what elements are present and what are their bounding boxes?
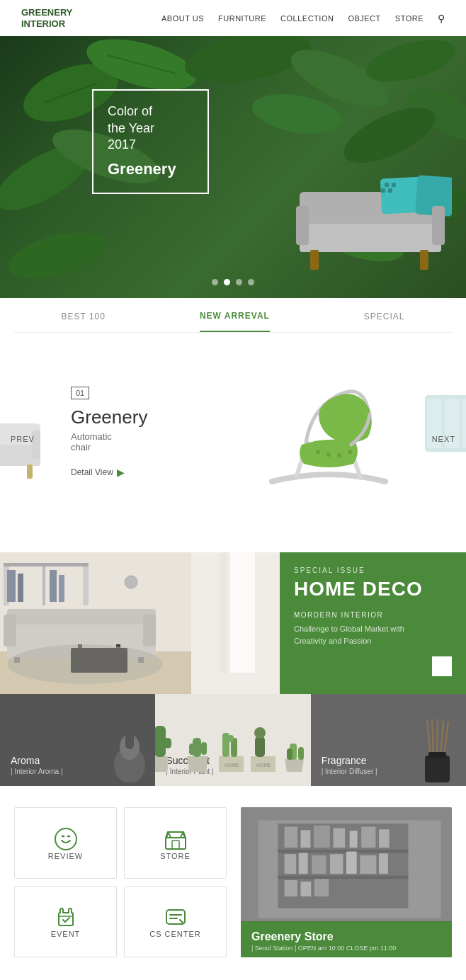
event-icon [53, 904, 79, 930]
svg-rect-115 [314, 826, 330, 848]
svg-rect-120 [285, 854, 297, 874]
svg-rect-122 [312, 855, 326, 874]
review-icon [53, 826, 79, 852]
special-living-room-image [0, 552, 280, 694]
quick-access-section: REVIEW STORE EVENT [0, 786, 466, 972]
svg-rect-129 [314, 879, 329, 896]
category-fragrance[interactable]: Fragrance | Interior Diffuser | [311, 694, 466, 786]
svg-rect-50 [4, 615, 16, 646]
living-room-svg [0, 552, 280, 694]
aroma-image [110, 726, 149, 782]
svg-rect-103 [172, 841, 179, 849]
svg-point-40 [326, 452, 331, 457]
special-issue-section: SPECIAL ISSUE HOME DECO MORDERN INTERIOR… [0, 552, 466, 694]
svg-rect-126 [379, 854, 388, 874]
carousel-dot-1[interactable] [212, 279, 218, 285]
svg-rect-23 [296, 206, 309, 245]
hero-tagline: Color of the Year 2017 [108, 103, 193, 153]
svg-rect-16 [300, 224, 441, 252]
svg-marker-88 [285, 759, 304, 772]
nav-store[interactable]: STORE [395, 14, 424, 23]
svg-rect-64 [50, 570, 57, 602]
review-label: REVIEW [48, 852, 83, 860]
tab-best100[interactable]: BEST 100 [61, 312, 105, 331]
svg-rect-91 [287, 748, 292, 760]
quick-review[interactable]: REVIEW [14, 807, 117, 879]
svg-point-99 [55, 828, 76, 850]
quick-event[interactable]: EVENT [14, 886, 117, 957]
hero-sofa-image [296, 149, 452, 277]
svg-point-39 [316, 450, 320, 454]
quick-icon-grid: REVIEW STORE EVENT [14, 807, 227, 957]
quick-cs-center[interactable]: CS CENTER [124, 886, 227, 957]
carousel-dot-2[interactable] [224, 279, 230, 285]
detail-view-link[interactable]: Detail View ▶ [71, 467, 125, 478]
svg-rect-19 [385, 183, 389, 187]
svg-rect-124 [346, 852, 357, 874]
prev-button[interactable]: PREV [11, 435, 35, 443]
nav-furniture[interactable]: FURNITURE [218, 14, 266, 23]
svg-rect-78 [201, 742, 207, 755]
svg-rect-49 [7, 609, 156, 625]
special-issue-label: SPECIAL ISSUE [294, 566, 452, 574]
svg-rect-22 [381, 188, 385, 193]
cs-center-label: CS CENTER [149, 930, 201, 938]
svg-rect-83 [228, 735, 234, 742]
living-room-bg [0, 552, 280, 694]
category-aroma[interactable]: Aroma | Interior Aroma | [0, 694, 155, 786]
nav-collection[interactable]: COLLECTION [280, 14, 334, 23]
category-section: Aroma | Interior Aroma | Succulent | Int… [0, 694, 466, 786]
hero-section: Color of the Year 2017 Greenery [0, 36, 466, 298]
svg-rect-119 [379, 829, 390, 848]
hero-text-box: Color of the Year 2017 Greenery [92, 89, 209, 194]
product-subtitle: Automaticchair [71, 431, 233, 452]
svg-line-93 [432, 719, 433, 756]
svg-rect-116 [334, 828, 346, 848]
tab-special[interactable]: SPECIAL [364, 312, 405, 331]
carousel-dot-3[interactable] [236, 279, 242, 285]
nav-about-us[interactable]: ABOUT US [161, 14, 204, 23]
svg-line-95 [441, 721, 443, 756]
svg-point-66 [125, 576, 137, 588]
product-info: 01 Greenery Automaticchair Detail View ▶ [57, 386, 233, 478]
nav-object[interactable]: OBJECT [348, 14, 380, 23]
category-succulent[interactable]: Succulent | Interior Plant | HOME HOME [155, 694, 310, 786]
svg-rect-25 [310, 250, 319, 270]
svg-line-96 [444, 722, 448, 756]
header: GREENERY INTERIOR ABOUT US FURNITURE COL… [0, 0, 466, 36]
svg-rect-123 [330, 854, 343, 874]
product-content: 01 Greenery Automaticchair Detail View ▶ [0, 354, 466, 510]
svg-rect-32 [27, 465, 33, 479]
svg-marker-71 [155, 756, 168, 772]
svg-rect-69 [125, 731, 134, 749]
special-content: SPECIAL ISSUE HOME DECO MORDERN INTERIOR… [280, 552, 466, 694]
svg-rect-127 [285, 880, 297, 896]
home-deco-title: HOME DECO [294, 578, 452, 600]
product-image [247, 354, 409, 510]
svg-rect-65 [59, 575, 64, 602]
quick-store[interactable]: STORE [124, 807, 227, 879]
search-icon[interactable]: ⚲ [438, 13, 445, 24]
store-label-box: Greenery Store | Seoul Station | OPEN am… [241, 922, 452, 957]
carousel-dot-4[interactable] [248, 279, 254, 285]
product-number: 01 [71, 387, 89, 399]
tab-new-arreval[interactable]: NEW ARREVAL [200, 311, 270, 332]
white-square-decoration [432, 656, 452, 676]
svg-text:HOME: HOME [225, 763, 239, 768]
svg-rect-111 [278, 850, 408, 853]
svg-rect-26 [420, 250, 428, 270]
svg-rect-114 [301, 830, 311, 848]
store-banner: Greenery Store | Seoul Station | OPEN am… [241, 807, 452, 957]
product-carousel-section: 01 Greenery Automaticchair Detail View ▶ [0, 333, 466, 545]
mordern-interior-label: MORDERN INTERIOR [294, 611, 452, 619]
svg-rect-74 [164, 738, 171, 748]
svg-rect-90 [298, 747, 304, 760]
next-button[interactable]: NEXT [432, 435, 455, 443]
svg-rect-21 [388, 188, 392, 193]
svg-rect-63 [18, 574, 23, 602]
svg-text:HOME: HOME [256, 763, 271, 768]
svg-rect-98 [428, 752, 446, 758]
svg-rect-62 [7, 570, 16, 602]
svg-rect-118 [361, 827, 375, 848]
svg-rect-86 [255, 736, 265, 757]
